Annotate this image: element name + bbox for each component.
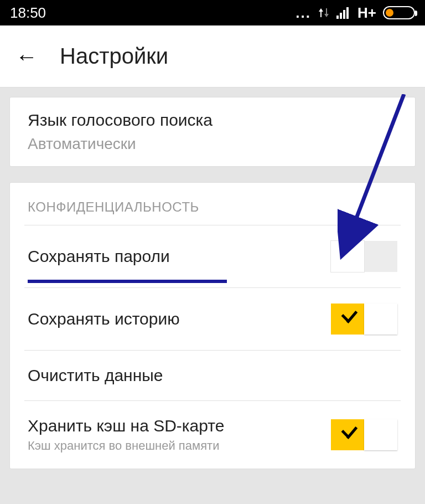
clear-data-label: Очистить данные xyxy=(28,366,163,385)
save-history-row[interactable]: Сохранять историю xyxy=(10,288,415,350)
svg-rect-2 xyxy=(343,10,345,19)
sd-cache-row[interactable]: Хранить кэш на SD-карте Кэш хранится во … xyxy=(10,401,415,469)
app-header: ← Настройки xyxy=(0,25,425,88)
svg-rect-1 xyxy=(340,13,342,19)
annotation-underline xyxy=(28,280,227,283)
battery-icon xyxy=(383,6,415,19)
page-title: Настройки xyxy=(60,44,168,69)
status-bar: 18:50 ... H+ xyxy=(0,0,425,25)
sd-cache-toggle[interactable] xyxy=(331,419,397,450)
save-passwords-toggle[interactable] xyxy=(331,241,397,272)
privacy-card: КОНФИДЕНЦИАЛЬНОСТЬ Сохранять пароли Сохр… xyxy=(10,183,415,469)
save-passwords-row[interactable]: Сохранять пароли xyxy=(10,225,415,287)
sd-cache-desc: Кэш хранится во внешней памяти xyxy=(28,439,224,453)
clear-data-row[interactable]: Очистить данные xyxy=(10,351,415,400)
status-right: ... H+ xyxy=(296,4,415,22)
network-type-label: H+ xyxy=(357,4,376,22)
status-time: 18:50 xyxy=(10,4,46,22)
svg-rect-3 xyxy=(346,7,349,19)
more-icon: ... xyxy=(296,4,311,22)
save-passwords-label: Сохранять пароли xyxy=(28,247,170,266)
voice-search-card[interactable]: Язык голосового поиска Автоматически xyxy=(10,97,415,166)
back-arrow-icon[interactable]: ← xyxy=(15,45,38,68)
sd-cache-label: Хранить кэш на SD-карте xyxy=(28,416,224,435)
voice-search-title: Язык голосового поиска xyxy=(28,111,397,130)
signal-icon xyxy=(336,7,351,19)
voice-search-value: Автоматически xyxy=(28,135,397,153)
svg-rect-0 xyxy=(336,16,339,19)
save-history-label: Сохранять историю xyxy=(28,310,180,328)
privacy-section-header: КОНФИДЕНЦИАЛЬНОСТЬ xyxy=(10,183,415,225)
save-history-toggle[interactable] xyxy=(331,304,397,335)
data-updown-icon xyxy=(318,7,330,19)
